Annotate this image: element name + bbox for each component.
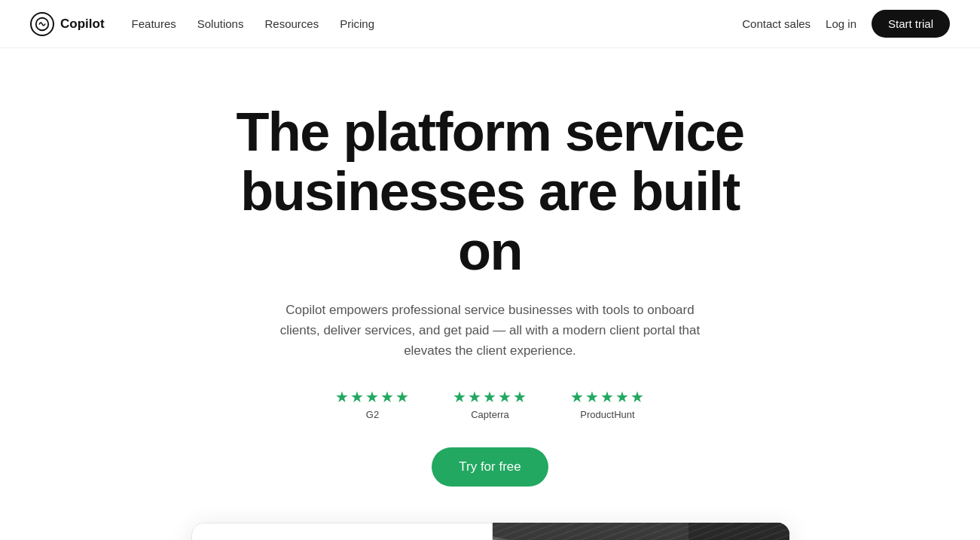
g2-label: G2 xyxy=(366,409,379,420)
hero-title: The platform service businesses are buil… xyxy=(219,102,762,282)
producthunt-stars: ★★★★★ xyxy=(570,388,646,406)
ratings-row: ★★★★★ G2 ★★★★★ Capterra ★★★★★ ProductHun… xyxy=(335,388,646,420)
hero-section: The platform service businesses are buil… xyxy=(0,48,980,523)
nav-link-pricing[interactable]: Pricing xyxy=(340,17,374,30)
capterra-stars: ★★★★★ xyxy=(453,388,528,406)
rating-producthunt: ★★★★★ ProductHunt xyxy=(570,388,646,420)
contact-sales-link[interactable]: Contact sales xyxy=(742,17,811,30)
logo-icon xyxy=(30,12,54,36)
nav-left: Copilot Features Solutions Resources Pri… xyxy=(30,12,374,36)
rating-g2: ★★★★★ G2 xyxy=(335,388,411,420)
nav-link-features[interactable]: Features xyxy=(132,17,176,30)
demo-wrapper: Continue with Google OR Email xyxy=(0,523,980,540)
try-free-button[interactable]: Try for free xyxy=(432,447,548,487)
logo-link[interactable]: Copilot xyxy=(30,12,105,36)
logo-svg xyxy=(34,16,50,32)
pencils-svg xyxy=(493,523,789,540)
rating-capterra: ★★★★★ Capterra xyxy=(453,388,528,420)
svg-rect-23 xyxy=(688,523,789,540)
capterra-label: Capterra xyxy=(471,409,509,420)
producthunt-label: ProductHunt xyxy=(580,409,634,420)
demo-inner: Continue with Google OR Email xyxy=(191,523,789,540)
demo-card-left: Continue with Google OR Email xyxy=(191,523,493,540)
demo-card-right xyxy=(493,523,789,540)
start-trial-button[interactable]: Start trial xyxy=(872,10,950,38)
navbar: Copilot Features Solutions Resources Pri… xyxy=(0,0,980,48)
hero-subtitle: Copilot empowers professional service bu… xyxy=(279,300,701,362)
login-link[interactable]: Log in xyxy=(826,17,856,30)
pencils-image xyxy=(493,523,789,540)
logo-text: Copilot xyxy=(60,17,105,32)
nav-link-solutions[interactable]: Solutions xyxy=(197,17,244,30)
g2-stars: ★★★★★ xyxy=(335,388,411,406)
nav-links: Features Solutions Resources Pricing xyxy=(132,17,374,30)
svg-rect-2 xyxy=(493,523,789,540)
nav-link-resources[interactable]: Resources xyxy=(264,17,319,30)
nav-right: Contact sales Log in Start trial xyxy=(742,10,950,38)
